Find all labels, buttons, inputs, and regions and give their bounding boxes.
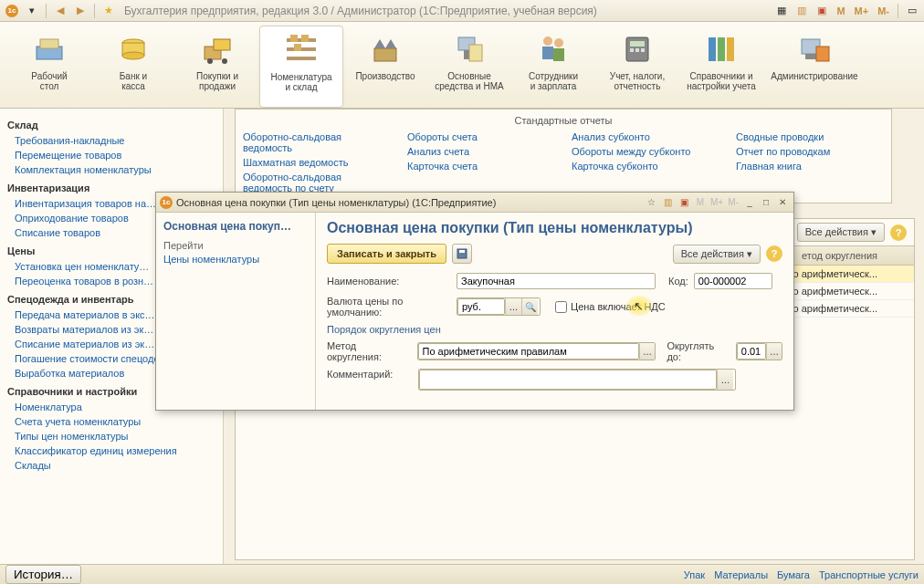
separator (898, 4, 898, 18)
dialog-form: Основная цена покупки (Тип цены номенкла… (316, 213, 793, 410)
nav-link[interactable]: Требования-накладные (7, 133, 215, 148)
m-button[interactable]: M (834, 5, 847, 16)
svg-point-4 (122, 52, 144, 59)
save-icon[interactable] (452, 244, 472, 264)
status-link[interactable]: Транспортные услуги (819, 569, 919, 580)
comment-input[interactable] (419, 370, 717, 390)
svg-rect-32 (727, 37, 734, 61)
history-button[interactable]: История… (5, 565, 81, 584)
ellipsis-icon[interactable]: … (717, 370, 733, 390)
calendar-icon[interactable]: ▣ (677, 196, 691, 209)
status-link[interactable]: Материалы (714, 569, 768, 580)
label-vat: Цена включает НДС (571, 301, 666, 312)
cursor-icon: ↖ (634, 299, 644, 313)
minimize-icon[interactable]: _ (742, 196, 757, 209)
submenu-link[interactable]: Главная книга (736, 159, 884, 173)
svg-point-7 (207, 58, 213, 64)
code-input[interactable] (694, 273, 772, 289)
write-close-button[interactable]: Записать и закрыть (327, 244, 446, 264)
maximize-icon[interactable]: □ (759, 196, 773, 209)
svg-rect-11 (287, 57, 316, 60)
svg-rect-37 (459, 250, 465, 253)
submenu-link[interactable]: Карточка счета (407, 159, 555, 173)
window-icon[interactable]: ▭ (904, 3, 920, 19)
svg-point-8 (222, 58, 227, 64)
ribbon-desktop[interactable]: Рабочий стол (7, 26, 91, 108)
ribbon-stock[interactable]: Номенклатура и склад (259, 26, 343, 108)
calc-icon[interactable]: ▥ (793, 3, 810, 19)
nav-link[interactable]: Типы цен номенклатуры (7, 429, 215, 443)
help-icon[interactable]: ? (890, 224, 907, 241)
submenu-link[interactable]: Отчет по проводкам (736, 144, 884, 159)
back-icon[interactable]: ◀ (52, 3, 68, 19)
submenu-link[interactable]: Анализ субконто (572, 130, 719, 144)
svg-rect-13 (301, 35, 309, 42)
grid-icon[interactable]: ▥ (660, 196, 675, 209)
nav-link[interactable]: Перемещение товаров (7, 148, 215, 162)
method-input[interactable] (418, 343, 639, 360)
ribbon-assets[interactable]: Основные средства и НМА (427, 26, 511, 108)
forward-icon[interactable]: ▶ (72, 3, 89, 19)
all-actions-button[interactable]: Все действия ▾ (797, 223, 885, 242)
svg-rect-19 (464, 50, 469, 59)
nav-link[interactable]: Счета учета номенклатуры (7, 414, 215, 429)
ribbon-admin[interactable]: Администрирование (763, 26, 866, 108)
svg-rect-22 (542, 47, 553, 59)
name-input[interactable] (457, 273, 656, 289)
reports-submenu: Стандартные отчеты Оборотно-сальдовая ве… (235, 109, 892, 203)
submenu-link[interactable]: Оборотно-сальдовая ведомость (243, 130, 391, 155)
m-minus-button[interactable]: M- (875, 5, 892, 16)
ribbon-employees[interactable]: Сотрудники и зарплата (511, 26, 595, 108)
svg-rect-29 (641, 48, 645, 52)
search-icon[interactable]: 🔍 (521, 298, 538, 315)
dialog-nav-title[interactable]: Основная цена покуп… (163, 220, 308, 233)
grid-icon[interactable]: ▦ (773, 3, 790, 19)
pin-icon[interactable]: ☆ (644, 196, 658, 209)
ellipsis-icon[interactable]: … (766, 343, 782, 360)
calendar-icon[interactable]: ▣ (814, 3, 830, 19)
submenu-link[interactable]: Обороты между субконто (572, 144, 719, 159)
m-icon[interactable]: M (693, 196, 708, 209)
m-minus-icon[interactable]: M- (726, 196, 740, 209)
dropdown-icon[interactable]: ▾ (24, 3, 40, 19)
submenu-link[interactable]: Шахматная ведомость (243, 155, 391, 170)
status-link[interactable]: Бумага (777, 569, 810, 580)
dialog-nav: Основная цена покуп… Перейти Цены номенк… (156, 213, 316, 410)
all-actions-button[interactable]: Все действия ▾ (673, 245, 761, 264)
status-link[interactable]: Упак (684, 569, 705, 580)
ellipsis-icon[interactable]: … (505, 298, 521, 315)
dialog-nav-link[interactable]: Цены номенклатуры (163, 254, 308, 265)
submenu-link[interactable]: Обороты счета (407, 130, 555, 144)
currency-input[interactable] (457, 298, 505, 315)
svg-point-21 (543, 36, 552, 46)
ribbon-references[interactable]: Справочники и настройки учета (679, 26, 763, 108)
submenu-link[interactable]: Карточка субконто (572, 159, 719, 173)
vat-checkbox[interactable] (555, 301, 567, 313)
svg-marker-16 (374, 39, 385, 48)
submenu-link[interactable]: Сводные проводки (736, 130, 884, 144)
ellipsis-icon[interactable]: … (639, 343, 656, 360)
separator (94, 4, 95, 18)
star-icon[interactable]: ★ (100, 3, 117, 19)
close-icon[interactable]: ✕ (775, 196, 790, 209)
app-toolbar: 1c ▾ ◀ ▶ ★ Бухгалтерия предприятия, реда… (0, 0, 924, 22)
dialog-titlebar[interactable]: 1c Основная цена покупки (Тип цены номен… (156, 193, 793, 213)
submenu-link[interactable]: Анализ счета (407, 144, 555, 159)
m-plus-icon[interactable]: M+ (709, 196, 724, 209)
nav-link[interactable]: Классификатор единиц измерения (7, 443, 215, 458)
nav-link[interactable]: Комплектация номенклатуры (7, 162, 215, 177)
m-plus-button[interactable]: M+ (852, 5, 872, 16)
help-icon[interactable]: ? (766, 245, 782, 262)
roundto-input[interactable] (737, 343, 766, 360)
app-icon: 1c (160, 196, 173, 209)
svg-rect-12 (290, 35, 298, 42)
ribbon: Рабочий стол Банк и касса Покупки и прод… (0, 22, 924, 109)
label-code: Код: (668, 276, 688, 287)
nav-link[interactable]: Склады (7, 458, 215, 473)
ribbon-bank[interactable]: Банк и касса (91, 26, 175, 108)
ribbon-production[interactable]: Производство (343, 26, 427, 108)
svg-rect-27 (630, 48, 634, 52)
ribbon-purchases[interactable]: Покупки и продажи (175, 26, 259, 108)
app-icon[interactable]: 1c (4, 3, 20, 19)
ribbon-taxes[interactable]: Учет, налоги, отчетность (595, 26, 679, 108)
